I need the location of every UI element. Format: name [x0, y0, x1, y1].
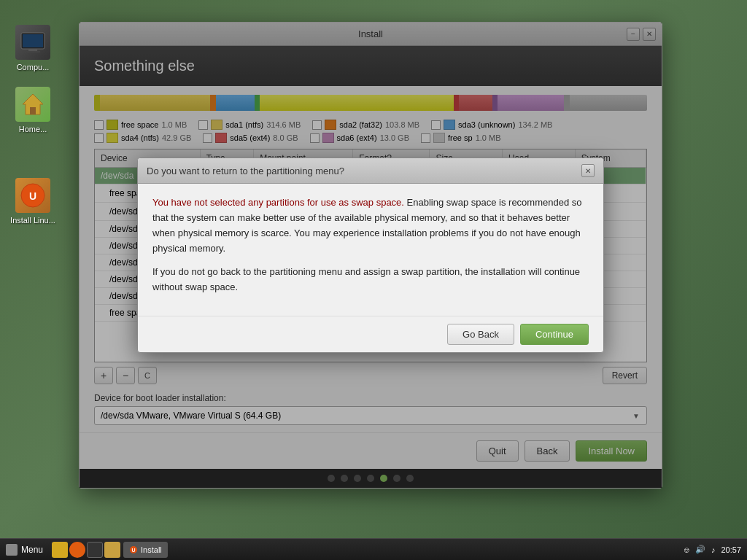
taskbar-files2-button[interactable]: [104, 542, 120, 558]
modal-paragraph-1: You have not selected any partitions for…: [152, 195, 589, 256]
modal-text-warning: You have not selected any partitions for…: [152, 197, 404, 208]
svg-rect-1: [23, 34, 43, 47]
menu-label: Menu: [21, 545, 43, 555]
home-icon-label: Home...: [19, 125, 47, 133]
desktop-icon-home[interactable]: Home...: [7, 84, 58, 136]
taskbar-apps: [49, 539, 123, 560]
menu-icon: [6, 544, 18, 556]
bluetooth-icon: ⎊: [684, 545, 689, 554]
taskbar-firefox-button[interactable]: [69, 542, 85, 558]
svg-text:U: U: [132, 548, 136, 553]
go-back-button[interactable]: Go Back: [447, 324, 514, 345]
taskbar-terminal-button[interactable]: [87, 542, 103, 558]
modal-body: You have not selected any partitions for…: [138, 184, 603, 316]
svg-rect-2: [28, 49, 37, 51]
taskbar-menu-button[interactable]: Menu: [0, 539, 49, 560]
modal-title: Do you want to return to the partitionin…: [147, 166, 344, 176]
svg-rect-5: [30, 107, 36, 114]
volume-icon: ♪: [711, 545, 716, 554]
taskbar-install-app[interactable]: U Install: [123, 542, 168, 558]
taskbar-install-label: Install: [141, 545, 162, 554]
modal-dialog: Do you want to return to the partitionin…: [137, 158, 604, 353]
computer-icon-label: Compu...: [17, 63, 50, 71]
install-taskbar-icon: U: [129, 545, 138, 554]
modal-overlay: Do you want to return to the partitionin…: [80, 23, 662, 488]
desktop-icon-install[interactable]: U Install Linu...: [7, 175, 58, 228]
install-window: Install − ✕ Something else: [79, 22, 662, 489]
taskbar: Menu U Install ⎊ 🔊 ♪ 20:57: [0, 538, 747, 560]
svg-rect-3: [26, 51, 40, 52]
modal-close-button[interactable]: ✕: [581, 164, 595, 177]
continue-button[interactable]: Continue: [520, 324, 589, 345]
modal-footer: Go Back Continue: [138, 316, 603, 352]
svg-text:U: U: [29, 190, 36, 202]
modal-titlebar: Do you want to return to the partitionin…: [138, 158, 603, 184]
desktop: Compu... Home... U Install Linu... Insta…: [0, 0, 747, 560]
install-icon-label: Install Linu...: [10, 216, 55, 225]
taskbar-time: 20:57: [721, 545, 741, 554]
taskbar-right: ⎊ 🔊 ♪ 20:57: [678, 545, 747, 554]
desktop-icon-computer[interactable]: Compu...: [7, 22, 58, 74]
modal-paragraph-2: If you do not go back to the partitionin…: [152, 265, 589, 295]
network-icon: 🔊: [695, 545, 705, 554]
taskbar-files-button[interactable]: [52, 542, 68, 558]
